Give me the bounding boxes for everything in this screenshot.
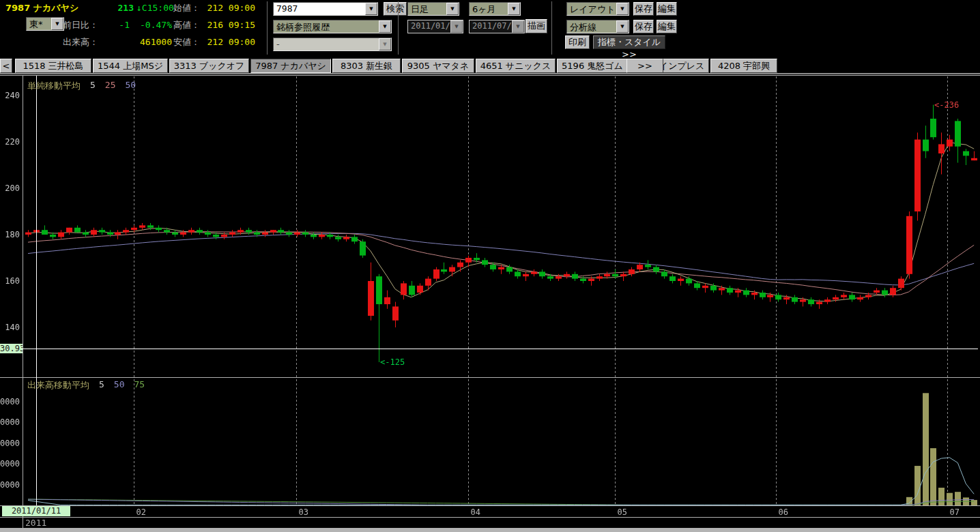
empty-select: - ▼	[273, 38, 392, 51]
chevron-down-icon[interactable]: ▼	[616, 20, 629, 33]
date-to-value: 2011/07/07	[470, 20, 512, 33]
cursor-date-label: 2011/01/11	[2, 506, 70, 516]
symbol-input[interactable]: 7987 ▼	[273, 2, 378, 16]
line-save-button[interactable]: 保存	[633, 20, 654, 33]
layout-select[interactable]: レイアウト ▼	[566, 2, 629, 16]
open-value: 212 09:00	[201, 3, 255, 13]
date-to-select: 2011/07/07 ▼	[469, 20, 525, 33]
chevron-down-icon: ▼	[379, 38, 391, 50]
chevron-down-icon[interactable]: ▼	[379, 20, 391, 33]
prev-diff-value: -1	[102, 20, 130, 30]
current-price: 213	[102, 3, 134, 13]
draw-button[interactable]: 描画	[525, 19, 547, 33]
ma25-legend: 25	[105, 80, 116, 92]
bottom-scrollbar[interactable]	[0, 528, 980, 532]
chevron-down-icon[interactable]: ▼	[446, 3, 459, 15]
stock-tab[interactable]: 8303 新生銀	[332, 59, 401, 73]
chevron-down-icon[interactable]: ▼	[365, 3, 377, 15]
prev-diff-label: 前日比：	[63, 20, 98, 30]
high-value: 216 09:15	[201, 20, 255, 30]
chevron-down-icon[interactable]: ▼	[616, 3, 629, 15]
stock-tab[interactable]: 1518 三井松島	[15, 59, 91, 73]
vol-ma75-legend: 75	[134, 379, 145, 391]
layout-select-value: レイアウト	[567, 3, 616, 15]
session-close: ↓C15:00	[136, 3, 174, 13]
indicator-style-button[interactable]: 指標・スタイル>>	[593, 35, 665, 49]
divider	[551, 1, 552, 55]
low-label: 安値：	[173, 37, 200, 47]
stock-tab[interactable]: 7987 ナカバヤシ	[250, 59, 331, 73]
chart-canvas[interactable]	[0, 75, 980, 532]
tabbar-underline	[0, 73, 980, 74]
stock-tab[interactable]: 4208 宇部興	[710, 59, 777, 73]
chevron-down-icon: ▼	[450, 20, 463, 33]
stock-title: 7987 ナカバヤシ	[5, 3, 78, 13]
ma5-legend: 5	[90, 80, 96, 92]
vol-ma50-legend: 50	[114, 379, 125, 391]
cursor-price-label: 30.93	[0, 344, 23, 353]
exchange-select-value: 東*	[27, 18, 51, 30]
price-ma-legend: 単純移動平均 5 25 50	[27, 80, 136, 92]
tab-scroll-right-button[interactable]: >>	[626, 59, 663, 73]
line-edit-button[interactable]: 編集	[657, 20, 677, 33]
ma50-legend: 50	[125, 80, 136, 92]
period-select-value: 日足	[408, 3, 446, 15]
layout-save-button[interactable]: 保存	[633, 2, 654, 16]
period-select[interactable]: 日足 ▼	[407, 2, 459, 16]
stock-tab[interactable]: 3313 ブックオフ	[169, 59, 249, 73]
analysis-line-select[interactable]: 分析線 ▼	[566, 20, 629, 33]
prev-diff-pct: -0.47%	[134, 20, 172, 30]
empty-select-value: -	[274, 38, 379, 50]
divider	[398, 1, 399, 55]
ref-history-value: 銘柄参照履歴	[274, 20, 379, 33]
stock-tab[interactable]: 1544 上場MSジ	[93, 59, 168, 73]
vol-ma5-legend: 5	[99, 379, 104, 391]
high-label: 高値：	[173, 20, 200, 30]
tab-scroll-left-button[interactable]: <	[0, 59, 12, 73]
volume-value: 461000	[130, 37, 172, 47]
ref-history-select[interactable]: 銘柄参照履歴 ▼	[273, 20, 392, 33]
chevron-down-icon: ▼	[512, 20, 524, 33]
stock-tab[interactable]: 9305 ヤマタネ	[402, 59, 474, 73]
header: 7987 ナカバヤシ 213 ↓C15:00 始値： 212 09:00 東* …	[0, 0, 980, 57]
volume-ma-legend: 出来高移動平均 5 50 75	[27, 379, 145, 391]
volume-ma-legend-title: 出来高移動平均	[27, 379, 89, 391]
year-axis-label: 2011	[25, 518, 46, 528]
open-label: 始値：	[173, 3, 200, 13]
stock-tabbar: < 1518 三井松島1544 上場MSジ3313 ブックオフ7987 ナカバヤ…	[0, 59, 980, 73]
stock-tab[interactable]: 5196 鬼怒ゴム	[557, 59, 628, 73]
print-button[interactable]: 印刷	[565, 35, 590, 49]
symbol-input-value: 7987	[274, 3, 365, 15]
date-from-value: 2011/01/07	[408, 20, 450, 33]
chevron-down-icon[interactable]: ▼	[508, 3, 520, 15]
exchange-select[interactable]: 東* ▼	[26, 17, 64, 31]
divider	[267, 1, 268, 55]
date-from-select: 2011/01/07 ▼	[407, 20, 463, 33]
layout-edit-button[interactable]: 編集	[657, 2, 677, 16]
low-value: 212 09:00	[201, 37, 255, 47]
analysis-line-value: 分析線	[567, 20, 616, 33]
search-button[interactable]: 検索	[384, 2, 407, 16]
price-ma-legend-title: 単純移動平均	[27, 80, 81, 92]
chevron-down-icon[interactable]: ▼	[51, 18, 63, 30]
span-select[interactable]: 6ヶ月 ▼	[469, 2, 521, 16]
span-select-value: 6ヶ月	[470, 3, 508, 15]
stock-tab[interactable]: 4651 サニックス	[476, 59, 556, 73]
volume-label: 出来高：	[63, 37, 98, 47]
